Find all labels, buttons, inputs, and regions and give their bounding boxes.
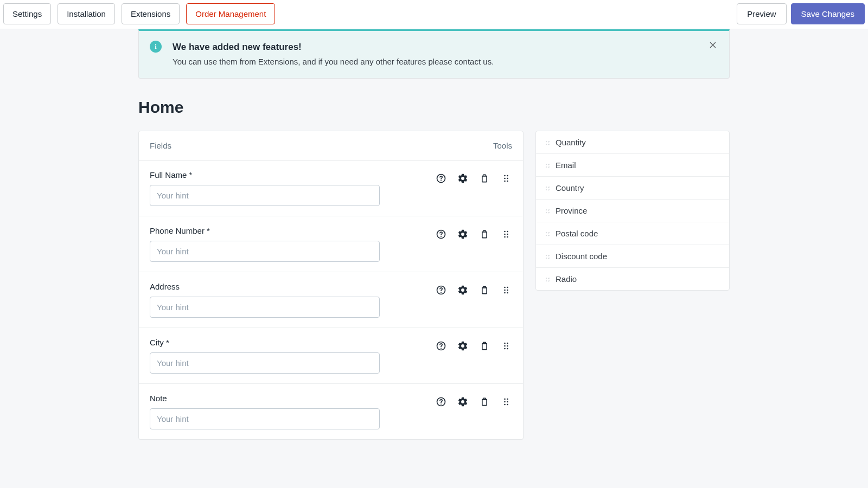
- settings-button[interactable]: [457, 284, 469, 296]
- available-fields-list: Quantity Email Country Province Postal c…: [535, 131, 730, 291]
- field-label: Phone Number *: [150, 226, 380, 235]
- help-icon: [436, 285, 446, 296]
- help-button[interactable]: [435, 228, 447, 240]
- page-title: Home: [138, 98, 730, 117]
- field-row-phone-number: Phone Number *: [139, 216, 523, 272]
- field-hint-input[interactable]: [150, 408, 380, 429]
- trash-icon: [479, 229, 490, 240]
- field-row-full-name: Full Name *: [139, 160, 523, 216]
- help-button[interactable]: [435, 172, 447, 184]
- tab-extensions[interactable]: Extensions: [122, 3, 180, 24]
- action-group: Preview Save Changes: [737, 3, 865, 24]
- settings-button[interactable]: [457, 172, 469, 184]
- field-hint-input[interactable]: [150, 352, 380, 374]
- delete-button[interactable]: [478, 284, 490, 296]
- trash-icon: [479, 396, 490, 407]
- help-icon: [436, 229, 446, 240]
- alert-title: We have added new features!: [173, 42, 702, 53]
- gear-icon: [457, 396, 468, 407]
- delete-button[interactable]: [478, 340, 490, 352]
- trash-icon: [479, 341, 490, 351]
- field-hint-input[interactable]: [150, 185, 380, 206]
- gear-icon: [457, 229, 468, 240]
- tab-group: Settings Installation Extensions Order M…: [3, 3, 275, 24]
- drag-handle[interactable]: [500, 284, 512, 296]
- field-row-address: Address: [139, 272, 523, 328]
- preview-button[interactable]: Preview: [737, 3, 786, 24]
- alert-body: You can use them from Extensions, and if…: [173, 57, 702, 66]
- available-field-country[interactable]: Country: [536, 177, 729, 200]
- drag-icon: [501, 173, 512, 184]
- drag-handle[interactable]: [500, 340, 512, 352]
- available-field-email[interactable]: Email: [536, 154, 729, 177]
- gear-icon: [457, 285, 468, 296]
- field-label: Full Name *: [150, 170, 380, 179]
- available-field-discount-code[interactable]: Discount code: [536, 245, 729, 268]
- top-bar: Settings Installation Extensions Order M…: [0, 0, 868, 29]
- trash-icon: [479, 173, 490, 184]
- drag-icon: [501, 285, 512, 296]
- help-button[interactable]: [435, 396, 447, 408]
- field-label: City *: [150, 338, 380, 347]
- save-changes-button[interactable]: Save Changes: [791, 3, 865, 24]
- field-hint-input[interactable]: [150, 241, 380, 262]
- trash-icon: [479, 285, 490, 296]
- help-icon: [436, 341, 446, 351]
- drag-icon: [501, 396, 512, 407]
- available-field-radio[interactable]: Radio: [536, 268, 729, 290]
- drag-icon: [501, 341, 512, 351]
- delete-button[interactable]: [478, 172, 490, 184]
- help-button[interactable]: [435, 284, 447, 296]
- available-field-province[interactable]: Province: [536, 200, 729, 222]
- help-icon: [436, 396, 446, 407]
- available-field-quantity[interactable]: Quantity: [536, 131, 729, 154]
- tab-settings[interactable]: Settings: [3, 3, 51, 24]
- settings-button[interactable]: [457, 396, 469, 408]
- gear-icon: [457, 173, 468, 184]
- available-field-postal-code[interactable]: Postal code: [536, 222, 729, 245]
- drag-icon: [501, 229, 512, 240]
- close-icon: [708, 40, 718, 50]
- tab-order-management[interactable]: Order Management: [186, 3, 275, 24]
- drag-handle[interactable]: [500, 396, 512, 408]
- fields-header-label: Fields: [150, 141, 171, 150]
- help-icon: [436, 173, 446, 184]
- gear-icon: [457, 341, 468, 351]
- alert-close-button[interactable]: [706, 38, 719, 52]
- delete-button[interactable]: [478, 396, 490, 408]
- settings-button[interactable]: [457, 340, 469, 352]
- info-icon: i: [150, 41, 162, 53]
- delete-button[interactable]: [478, 228, 490, 240]
- tools-header-label: Tools: [493, 141, 512, 150]
- drag-handle[interactable]: [500, 172, 512, 184]
- field-row-city: City *: [139, 328, 523, 384]
- help-button[interactable]: [435, 340, 447, 352]
- field-row-note: Note: [139, 384, 523, 439]
- info-alert: i We have added new features! You can us…: [138, 29, 730, 79]
- tab-installation[interactable]: Installation: [58, 3, 115, 24]
- field-label: Address: [150, 282, 380, 291]
- fields-card: Fields Tools Full Name *: [138, 131, 524, 440]
- drag-handle[interactable]: [500, 228, 512, 240]
- fields-card-header: Fields Tools: [139, 131, 523, 160]
- field-hint-input[interactable]: [150, 297, 380, 318]
- settings-button[interactable]: [457, 228, 469, 240]
- field-label: Note: [150, 394, 380, 403]
